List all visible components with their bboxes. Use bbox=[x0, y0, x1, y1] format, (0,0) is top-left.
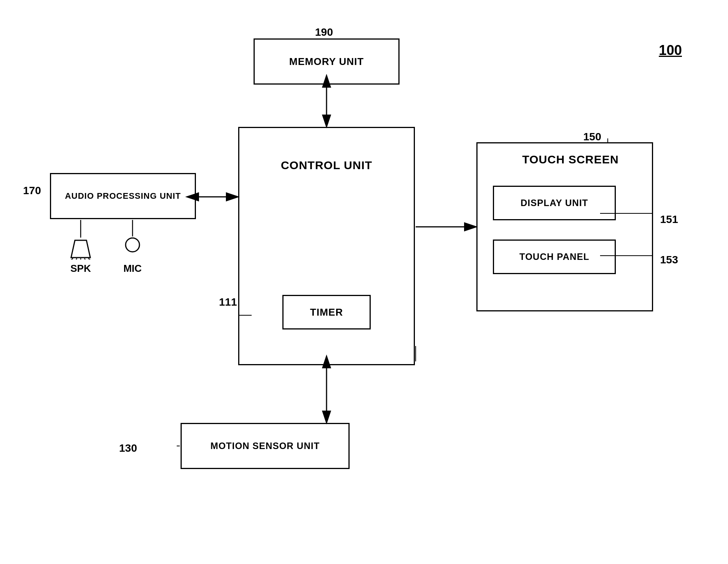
svg-line-4 bbox=[85, 258, 86, 260]
touch-screen-box: TOUCH SCREEN DISPLAY UNIT TOUCH PANEL bbox=[476, 142, 653, 311]
touch-panel-box: TOUCH PANEL bbox=[493, 240, 616, 274]
ref-130: 130 bbox=[119, 442, 137, 454]
ref-100: 100 bbox=[659, 42, 682, 58]
ref-170: 170 bbox=[23, 185, 41, 197]
diagram-container: 100 190 170 150 151 153 111 110 130 MEMO… bbox=[0, 0, 728, 564]
ref-111: 111 bbox=[219, 296, 237, 308]
ref-151: 151 bbox=[660, 213, 678, 226]
svg-line-1 bbox=[69, 258, 73, 260]
timer-box: TIMER bbox=[282, 295, 371, 329]
ref-153: 153 bbox=[660, 254, 678, 266]
svg-point-6 bbox=[126, 238, 139, 252]
motion-sensor-box: MOTION SENSOR UNIT bbox=[181, 423, 350, 469]
display-unit-box: DISPLAY UNIT bbox=[493, 186, 616, 220]
audio-processing-box: AUDIO PROCESSING UNIT bbox=[50, 173, 196, 219]
control-unit-box: CONTROL UNIT TIMER bbox=[238, 127, 415, 365]
svg-line-5 bbox=[88, 258, 92, 260]
spk-icon: SPK bbox=[67, 238, 94, 275]
svg-marker-0 bbox=[71, 240, 90, 258]
ref-190: 190 bbox=[315, 26, 333, 38]
svg-line-2 bbox=[75, 258, 77, 260]
ref-150: 150 bbox=[583, 131, 601, 143]
mic-icon: MIC bbox=[123, 236, 142, 275]
memory-unit-box: MEMORY UNIT bbox=[254, 38, 400, 85]
